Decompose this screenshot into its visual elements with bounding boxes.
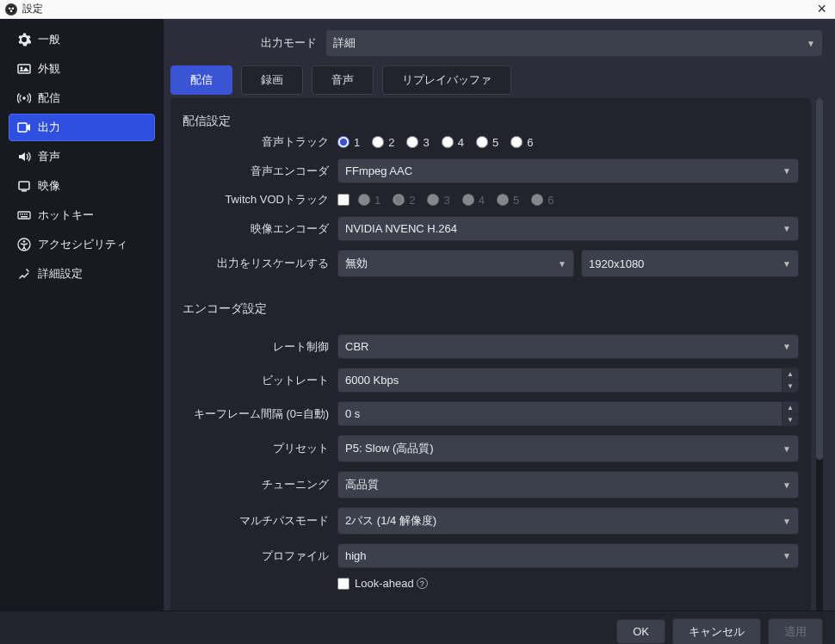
radio-option[interactable]: 2 [372,136,394,149]
sidebar-item-accessibility[interactable]: アクセシビリティ [9,231,155,258]
gear-icon [17,33,31,46]
help-icon[interactable]: ? [417,578,428,589]
spin-up-icon[interactable]: ▲ [782,401,799,413]
sidebar-item-advanced[interactable]: 詳細設定 [9,260,155,288]
lookahead-label: Look-ahead [355,577,414,590]
output-mode-label: 出力モード [170,35,325,51]
scrollbar-thumb[interactable] [816,98,823,460]
sidebar-item-label: 映像 [38,178,60,194]
radio-option: 4 [462,194,485,207]
tab-2[interactable]: 音声 [312,65,374,95]
sidebar-item-label: 外観 [38,61,60,77]
lookahead-checkbox[interactable] [337,578,349,590]
svg-rect-9 [22,190,27,192]
appearance-icon [17,62,31,76]
svg-rect-10 [18,212,30,219]
sidebar-item-label: ホットキー [38,207,94,223]
svg-point-1 [9,7,11,9]
tuning-select[interactable]: 高品質 ▼ [337,471,799,498]
svg-rect-11 [20,214,22,215]
output-tabs: 配信録画音声リプレイバッファ [170,65,823,95]
advanced-icon [17,267,31,281]
radio-option[interactable]: 5 [476,136,498,149]
sidebar-item-appearance[interactable]: 外観 [9,55,155,83]
radio-option: 6 [531,194,554,207]
radio-option: 5 [497,194,519,207]
rate-control-label: レート制御 [182,339,337,355]
sidebar-item-hotkey[interactable]: ホットキー [9,201,155,229]
tab-0[interactable]: 配信 [170,65,232,95]
stream-icon [17,91,31,105]
sidebar-item-label: 出力 [38,120,60,135]
output-mode-select[interactable]: 詳細 ▼ [325,29,823,57]
sidebar-item-label: 配信 [38,90,60,106]
bitrate-label: ビットレート [182,373,337,388]
radio-option[interactable]: 6 [510,136,533,149]
sidebar-item-audio[interactable]: 音声 [9,143,155,170]
radio-option[interactable]: 1 [337,136,360,149]
audio-track-radios: 123456 [337,136,533,149]
radio-option[interactable]: 3 [406,136,429,149]
window-title: 設定 [22,2,43,16]
twitch-vod-checkbox[interactable] [337,194,349,206]
video-encoder-select[interactable]: NVIDIA NVENC H.264 ▼ [337,216,799,241]
rescale-select[interactable]: 無効 ▼ [337,250,574,277]
chevron-down-icon: ▼ [782,342,791,351]
footer: OK キャンセル 適用 [0,610,835,644]
radio-option: 2 [393,194,415,207]
chevron-down-icon: ▼ [782,517,791,526]
svg-point-17 [23,240,26,243]
streaming-section-title: 配信設定 [182,114,799,129]
tuning-label: チューニング [182,477,337,492]
svg-rect-14 [27,214,28,215]
svg-rect-8 [19,182,29,189]
chevron-down-icon: ▼ [782,551,791,560]
svg-rect-12 [22,214,24,215]
close-button[interactable]: × [813,0,830,18]
twitch-vod-label: Twitch VODトラック [182,192,337,207]
apply-button[interactable]: 適用 [768,618,823,645]
sidebar: 一般外観配信出力音声映像ホットキーアクセシビリティ詳細設定 [0,19,164,610]
keyframe-spinbox[interactable]: 0 s ▲▼ [337,401,799,426]
scrollbar[interactable] [816,98,823,610]
sidebar-item-label: 詳細設定 [38,266,83,282]
sidebar-item-label: 一般 [38,32,60,47]
preset-select[interactable]: P5: Slow (高品質) ▼ [337,435,799,462]
chevron-down-icon: ▼ [782,224,791,233]
spin-up-icon[interactable]: ▲ [782,368,799,380]
spin-down-icon[interactable]: ▼ [782,380,799,393]
radio-option[interactable]: 4 [442,136,464,149]
bitrate-spinbox[interactable]: 6000 Kbps ▲▼ [337,368,799,393]
svg-rect-15 [21,216,28,218]
chevron-down-icon: ▼ [782,259,791,269]
audio-encoder-select[interactable]: FFmpeg AAC ▼ [337,158,799,183]
profile-select[interactable]: high ▼ [337,543,799,568]
multipass-select[interactable]: 2パス (1/4 解像度) ▼ [337,507,799,535]
spin-down-icon[interactable]: ▼ [782,413,799,426]
radio-option: 1 [358,194,380,207]
sidebar-item-output[interactable]: 出力 [9,114,155,141]
radio-option: 3 [427,194,449,207]
sidebar-item-label: 音声 [38,149,60,164]
tab-1[interactable]: 録画 [241,65,303,95]
svg-rect-7 [18,123,27,132]
svg-rect-4 [18,65,30,73]
video-encoder-label: 映像エンコーダ [182,221,337,237]
chevron-down-icon: ▼ [558,259,566,269]
cancel-button[interactable]: キャンセル [672,618,761,645]
svg-point-6 [22,96,26,100]
app-icon [5,3,17,15]
rescale-resolution-select[interactable]: 1920x1080 ▼ [581,250,799,277]
rate-control-select[interactable]: CBR ▼ [337,334,799,359]
audio-encoder-label: 音声エンコーダ [182,164,337,179]
svg-point-2 [12,7,15,9]
preset-label: プリセット [182,441,337,456]
sidebar-item-gear[interactable]: 一般 [9,26,155,53]
svg-point-3 [10,9,13,12]
tab-3[interactable]: リプレイバッファ [382,65,511,95]
sidebar-item-stream[interactable]: 配信 [9,84,155,112]
audio-track-label: 音声トラック [182,134,337,150]
svg-rect-13 [24,214,26,215]
ok-button[interactable]: OK [616,619,665,644]
sidebar-item-video[interactable]: 映像 [9,172,155,200]
